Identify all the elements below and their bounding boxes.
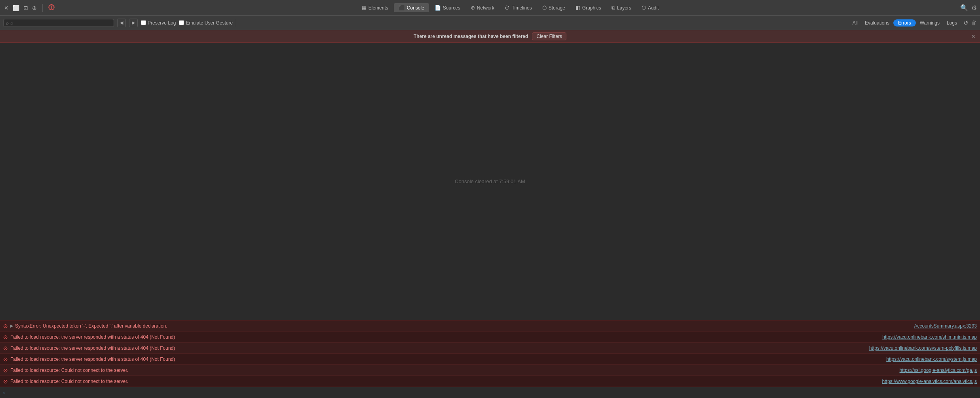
filter-banner: There are unread messages that have been… xyxy=(0,30,980,43)
sources-icon: 📄 xyxy=(435,5,441,11)
emulate-gesture-wrap[interactable]: Emulate User Gesture xyxy=(179,20,233,26)
table-row: ⊘Failed to load resource: the server res… xyxy=(0,343,980,354)
tab-console[interactable]: ⬛ Console xyxy=(394,3,429,12)
table-row: ⊘Failed to load resource: Could not conn… xyxy=(0,365,980,376)
target-icon[interactable]: ⊕ xyxy=(31,4,38,12)
tab-timelines[interactable]: ⏱ Timelines xyxy=(500,3,537,12)
filter-errors-button[interactable]: Errors xyxy=(893,19,916,27)
prev-button[interactable]: ◀ xyxy=(117,19,126,27)
clear-filters-button[interactable]: Clear Filters xyxy=(532,32,566,40)
error-rows: ⊘▶SyntaxError: Unexpected token '-'. Exp… xyxy=(0,320,980,387)
filter-logs-button[interactable]: Logs xyxy=(944,19,960,27)
filter-icon: ⌕ xyxy=(6,20,9,26)
emulate-gesture-checkbox[interactable] xyxy=(179,20,184,25)
tab-elements[interactable]: ▦ Elements xyxy=(357,3,393,12)
graphics-icon: ◧ xyxy=(575,5,580,11)
trash-icon[interactable]: 🗑 xyxy=(971,19,977,26)
next-button[interactable]: ▶ xyxy=(129,19,138,27)
nav-right: 🔍 ⚙ xyxy=(960,4,977,11)
network-icon: ⊕ xyxy=(471,5,475,11)
console-input-row: › xyxy=(0,387,980,398)
window-icon[interactable]: ⬜ xyxy=(12,4,20,12)
error-message: Failed to load resource: the server resp… xyxy=(10,334,879,340)
console-area: Console cleared at 7:59:01 AM ⊘▶SyntaxEr… xyxy=(0,43,980,398)
console-input[interactable] xyxy=(7,390,977,396)
error-icon: ⊘ xyxy=(3,367,8,373)
refresh-icon[interactable]: ↺ xyxy=(963,19,969,27)
storage-icon: ⬡ xyxy=(542,5,547,11)
toolbar-separator xyxy=(236,19,236,27)
tab-network[interactable]: ⊕ Network xyxy=(466,3,499,12)
filter-all-button[interactable]: All xyxy=(849,19,861,27)
preserve-log-checkbox[interactable] xyxy=(141,20,146,25)
audit-icon: ⬡ xyxy=(642,5,646,11)
tab-graphics[interactable]: ◧ Graphics xyxy=(571,3,606,12)
filter-banner-text: There are unread messages that have been… xyxy=(414,34,528,39)
error-icon: ⊘ xyxy=(3,356,8,362)
settings-icon[interactable]: ⚙ xyxy=(971,4,977,11)
elements-icon: ▦ xyxy=(362,5,367,11)
top-nav: ✕ ⬜ ⊡ ⊕ ⓵ ▦ Elements ⬛ Console 📄 Sources… xyxy=(0,0,980,16)
console-empty-space: Console cleared at 7:59:01 AM xyxy=(0,43,980,320)
error-message: Failed to load resource: the server resp… xyxy=(10,345,866,351)
timelines-icon: ⏱ xyxy=(505,5,510,11)
error-icon: ⊘ xyxy=(3,334,8,340)
search-input[interactable] xyxy=(10,20,111,26)
tab-elements-label: Elements xyxy=(368,5,388,11)
error-icon: ⊘ xyxy=(3,378,8,385)
error-source[interactable]: https://www.google-analytics.com/analyti… xyxy=(882,379,977,384)
search-wrap: ⌕ xyxy=(3,19,114,27)
tab-sources-label: Sources xyxy=(443,5,460,11)
tab-storage[interactable]: ⬡ Storage xyxy=(537,3,570,12)
search-nav-icon[interactable]: 🔍 xyxy=(960,4,968,11)
error-message: Failed to load resource: the server resp… xyxy=(10,356,883,362)
console-icon: ⬛ xyxy=(399,5,405,11)
filter-buttons: All Evaluations Errors Warnings Logs xyxy=(849,19,960,27)
preserve-log-label: Preserve Log xyxy=(148,20,176,26)
error-message: Failed to load resource: Could not conne… xyxy=(10,379,879,384)
preserve-log-wrap[interactable]: Preserve Log xyxy=(141,20,176,26)
tab-console-label: Console xyxy=(407,5,424,11)
tab-audit[interactable]: ⬡ Audit xyxy=(637,3,663,12)
table-row: ⊘Failed to load resource: Could not conn… xyxy=(0,376,980,387)
error-message: SyntaxError: Unexpected token '-'. Expec… xyxy=(15,323,911,329)
tab-layers-label: Layers xyxy=(617,5,631,11)
filter-warnings-button[interactable]: Warnings xyxy=(917,19,943,27)
tab-audit-label: Audit xyxy=(648,5,659,11)
chevron-right-icon: › xyxy=(3,390,5,396)
tab-timelines-label: Timelines xyxy=(512,5,532,11)
console-cleared-text: Console cleared at 7:59:01 AM xyxy=(455,178,525,184)
error-source[interactable]: https://ssl.google-analytics.com/ga.js xyxy=(900,368,977,373)
close-icon[interactable]: ✕ xyxy=(3,4,9,12)
tab-graphics-label: Graphics xyxy=(582,5,601,11)
error-source[interactable]: https://vacu.onlinebank.com/shim.min.js.… xyxy=(882,334,977,340)
error-badge[interactable]: ⓵ xyxy=(47,4,55,12)
layers-icon: ⧉ xyxy=(612,5,615,11)
nav-controls: ✕ ⬜ ⊡ ⊕ ⓵ xyxy=(3,4,55,12)
toolbar-right-icons: ↺ 🗑 xyxy=(963,19,977,27)
error-icon: ⊘ xyxy=(3,345,8,351)
error-message: Failed to load resource: Could not conne… xyxy=(10,368,896,373)
nav-separator xyxy=(42,4,43,12)
table-row: ⊘Failed to load resource: the server res… xyxy=(0,354,980,365)
toolbar: ⌕ ◀ ▶ Preserve Log Emulate User Gesture … xyxy=(0,16,980,30)
tab-layers[interactable]: ⧉ Layers xyxy=(607,3,636,13)
banner-close-icon[interactable]: × xyxy=(972,33,975,40)
nav-tabs: ▦ Elements ⬛ Console 📄 Sources ⊕ Network… xyxy=(60,3,960,13)
error-icon: ⊘ xyxy=(3,323,8,329)
error-source[interactable]: AccountsSummary.aspx:3293 xyxy=(914,323,977,329)
dock-icon[interactable]: ⊡ xyxy=(23,4,29,12)
tab-network-label: Network xyxy=(477,5,494,11)
filter-evaluations-button[interactable]: Evaluations xyxy=(862,19,893,27)
tab-storage-label: Storage xyxy=(549,5,565,11)
table-row: ⊘Failed to load resource: the server res… xyxy=(0,332,980,343)
expand-arrow-icon[interactable]: ▶ xyxy=(10,324,13,328)
table-row: ⊘▶SyntaxError: Unexpected token '-'. Exp… xyxy=(0,320,980,332)
emulate-gesture-label: Emulate User Gesture xyxy=(186,20,233,26)
tab-sources[interactable]: 📄 Sources xyxy=(430,3,465,12)
error-source[interactable]: https://vacu.onlinebank.com/system-polyf… xyxy=(869,345,977,351)
error-source[interactable]: https://vacu.onlinebank.com/system.js.ma… xyxy=(886,356,977,362)
